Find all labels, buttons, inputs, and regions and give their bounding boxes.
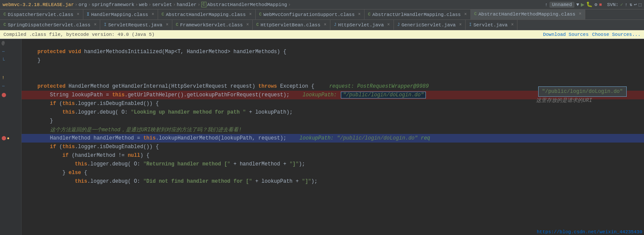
code-line: if (handlerMethod != null) {: [22, 151, 644, 160]
gutter-line: !: [0, 73, 21, 82]
stop-icon[interactable]: ■: [599, 2, 602, 7]
tab-WebMvcConfigurationSupport[interactable]: C WebMvcConfigurationSupport.class ×: [256, 10, 365, 19]
code-line-current: HandlerMethod handlerMethod = this.looku…: [22, 134, 644, 143]
interface-icon: I: [469, 22, 472, 27]
tab-AbstractUrlHandlerMapping[interactable]: C AbstractUrlHandlerMapping.class ×: [365, 10, 471, 19]
gutter-line: @: [0, 39, 21, 48]
undo-icon[interactable]: ↩: [634, 2, 637, 7]
tab-close-icon[interactable]: ×: [324, 22, 327, 27]
tab-close-icon[interactable]: ×: [152, 12, 154, 17]
tab-DispatcherServlet[interactable]: C DispatcherServlet.class ×: [0, 10, 83, 19]
interface-icon: I: [104, 22, 106, 27]
tab-ServletRequest[interactable]: I ServletRequest.java ×: [100, 20, 172, 30]
breadcrumb-handler[interactable]: handler: [177, 2, 197, 7]
code-line: }: [22, 56, 644, 65]
build-icon[interactable]: ⚙: [594, 2, 597, 7]
interface-icon: I: [87, 12, 89, 17]
status-bar: https://blog.csdn.net/weixin_44235430: [535, 229, 644, 235]
breadcrumb-servlet[interactable]: servlet: [152, 2, 172, 7]
tab-close-icon[interactable]: ×: [249, 12, 252, 17]
gutter-line: [0, 99, 21, 108]
java-icon: J: [397, 22, 400, 27]
tab-HttpServletBean[interactable]: C HttpServletBean.class ×: [253, 20, 330, 30]
jar-name: webmvc-3.2.18.RELEASE.jar: [3, 2, 74, 7]
tooltip-value: "/public/login/doLogin.do": [542, 89, 623, 95]
fold-end-icon: └: [2, 57, 5, 64]
execution-arrow-icon: ●: [7, 136, 10, 141]
tab-GenericServlet[interactable]: J GenericServlet.java ×: [394, 20, 466, 30]
svn-up-icon[interactable]: ↑: [625, 2, 628, 7]
tab-close-icon[interactable]: ×: [358, 12, 361, 17]
code-line: [22, 39, 644, 48]
svn-check-icon[interactable]: ✓: [620, 2, 623, 7]
value-tooltip: "/public/login/doLogin.do": [538, 86, 627, 97]
inline-value-highlight: "/public/login/doLogin.do": [341, 92, 426, 98]
info-text: Compiled .class file, bytecode version: …: [3, 32, 155, 37]
gutter-line: −: [0, 48, 21, 56]
tab-row-2: C SpringDispatcherServlet.class × I Serv…: [0, 20, 644, 30]
tab-AbstractHandlerMapping[interactable]: C AbstractHandlerMapping.class ×: [158, 10, 256, 19]
class-icon: C: [368, 12, 371, 17]
download-sources-link[interactable]: Download Sources: [543, 32, 589, 37]
tab-HttpServlet[interactable]: J HttpServlet.java ×: [330, 20, 394, 30]
fold-icon[interactable]: −: [2, 83, 5, 89]
info-links: Download Sources Choose Sources...: [543, 32, 641, 37]
breakpoint-indicator: [2, 93, 6, 97]
class-icon: C: [3, 22, 6, 27]
class-icon: C: [176, 22, 178, 27]
tab-HandlerMapping[interactable]: I HandlerMapping.class ×: [83, 10, 158, 19]
maximize-icon[interactable]: ⬚: [638, 2, 641, 7]
class-icon: C: [162, 12, 164, 17]
class-icon: C: [474, 12, 477, 16]
gutter-line: [0, 160, 21, 168]
unnamed-dropdown[interactable]: Unnamed: [549, 2, 574, 8]
tab-AbstractHandlerMethodMapping-active[interactable]: C AbstractHandlerMethodMapping.class ×: [471, 10, 585, 19]
breakpoint-indicator: [2, 136, 6, 140]
breadcrumb-class: C AbstractHandlerMethodMapping: [201, 2, 287, 7]
tab-close-icon[interactable]: ×: [77, 12, 79, 17]
status-url: https://blog.csdn.net/weixin_44235430: [537, 229, 642, 235]
gutter-line: [0, 151, 21, 160]
gutter-line-current: ●: [0, 134, 21, 143]
tab-close-icon[interactable]: ×: [511, 22, 514, 27]
gutter-line: [0, 108, 21, 117]
tab-SpringDispatcherServlet[interactable]: C SpringDispatcherServlet.class ×: [0, 20, 100, 30]
code-editor[interactable]: protected void handlerMethodsInitialized…: [22, 39, 644, 235]
java-icon: J: [334, 22, 336, 27]
tab-FrameworkServlet[interactable]: C FrameworkServlet.class ×: [172, 20, 253, 30]
gutter-line: [0, 117, 21, 125]
tab-close-icon[interactable]: ×: [166, 22, 168, 27]
choose-sources-link[interactable]: Choose Sources...: [592, 32, 641, 37]
gutter-line: −: [0, 82, 21, 91]
dropdown-arrow-icon[interactable]: ▼: [576, 2, 579, 7]
gutter-line: └: [0, 56, 21, 65]
code-line-comment: 这个方法返回的是一个method，是通过URI映射到对应的方法了吗？我们进去看看…: [22, 125, 644, 134]
tab-close-icon[interactable]: ×: [579, 12, 581, 16]
warn-icon: !: [2, 75, 5, 80]
gutter-line: [0, 125, 21, 134]
tab-close-icon[interactable]: ×: [464, 12, 467, 17]
breadcrumb-web[interactable]: web: [139, 2, 148, 7]
gutter-line: [0, 65, 21, 73]
svn-merge-icon[interactable]: ⇅: [629, 2, 632, 7]
tab-close-icon[interactable]: ×: [246, 22, 249, 27]
code-line: } else {: [22, 168, 644, 177]
breadcrumb-org[interactable]: org: [79, 2, 87, 7]
class-icon: C: [3, 12, 6, 17]
code-line: [22, 73, 644, 82]
toolbar-right: ↑ Unnamed ▼ ▶ 🐛 ⚙ ■ SVN: ✓ ↑ ⇅ ↩ ⬚: [545, 1, 641, 8]
code-line: [22, 65, 644, 73]
code-line: }: [22, 117, 644, 125]
breadcrumb-springframework[interactable]: springframework: [92, 2, 134, 7]
fold-icon[interactable]: −: [2, 49, 5, 55]
gutter-icon-at: @: [2, 41, 5, 46]
navigate-up-icon[interactable]: ↑: [545, 2, 548, 7]
code-line: this.logger.debug( O: "Did not find hand…: [22, 177, 644, 186]
tab-close-icon[interactable]: ×: [459, 22, 462, 27]
debug-icon[interactable]: 🐛: [586, 1, 593, 8]
tab-close-icon[interactable]: ×: [94, 22, 96, 27]
code-line: this.logger.debug( O: "Returning handler…: [22, 160, 644, 168]
play-icon[interactable]: ▶: [581, 1, 584, 8]
tab-close-icon[interactable]: ×: [387, 22, 390, 27]
tab-Servlet[interactable]: I Servlet.java ×: [466, 20, 517, 30]
